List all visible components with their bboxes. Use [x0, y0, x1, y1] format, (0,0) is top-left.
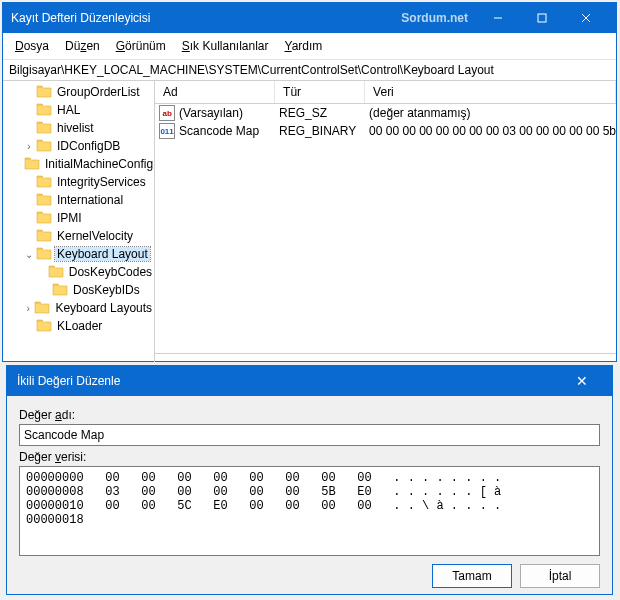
values-list[interactable]: ab(Varsayılan)REG_SZ(değer atanmamış)011… [155, 104, 616, 354]
tree-item[interactable]: InitialMachineConfig [3, 155, 154, 173]
folder-icon [35, 174, 55, 191]
folder-icon [35, 102, 55, 119]
hex-editor[interactable]: 00000000 00 00 00 00 00 00 00 00 . . . .… [19, 466, 600, 556]
menu-file[interactable]: Dosya [7, 35, 57, 57]
dialog-close-button[interactable]: ✕ [562, 373, 602, 389]
address-bar[interactable]: Bilgisayar\HKEY_LOCAL_MACHINE\SYSTEM\Cur… [3, 60, 616, 81]
value-name: (Varsayılan) [179, 106, 279, 120]
col-data[interactable]: Veri [365, 81, 616, 103]
tree-item[interactable]: DosKeybIDs [3, 281, 154, 299]
col-type[interactable]: Tür [275, 81, 365, 103]
value-row[interactable]: 011Scancode MapREG_BINARY00 00 00 00 00 … [155, 122, 616, 140]
value-type: REG_BINARY [279, 124, 369, 138]
value-row[interactable]: ab(Varsayılan)REG_SZ(değer atanmamış) [155, 104, 616, 122]
folder-icon [35, 120, 55, 137]
folder-icon [23, 156, 43, 173]
tree-item[interactable]: International [3, 191, 154, 209]
cancel-button[interactable]: İptal [520, 564, 600, 588]
value-type-icon: ab [159, 105, 175, 121]
tree-item-label: DosKeybIDs [71, 283, 142, 297]
tree-item[interactable]: IntegrityServices [3, 173, 154, 191]
tree-item-label: GroupOrderList [55, 85, 142, 99]
tree-item[interactable]: HAL [3, 101, 154, 119]
registry-editor-window: Kayıt Defteri Düzenleyicisi Sordum.net D… [2, 2, 617, 362]
value-type-icon: 011 [159, 123, 175, 139]
titlebar: Kayıt Defteri Düzenleyicisi Sordum.net [3, 3, 616, 33]
dialog-titlebar: İkili Değeri Düzenle ✕ [7, 366, 612, 396]
folder-icon [51, 282, 71, 299]
tree-item[interactable]: IPMI [3, 209, 154, 227]
tree-item[interactable]: hivelist [3, 119, 154, 137]
tree-item[interactable]: KLoader [3, 317, 154, 335]
tree-item[interactable]: KernelVelocity [3, 227, 154, 245]
value-name: Scancode Map [179, 124, 279, 138]
tree-item-label: IDConfigDB [55, 139, 122, 153]
folder-icon [35, 228, 55, 245]
folder-icon [33, 300, 53, 317]
tree-twisty-icon[interactable]: › [23, 141, 35, 152]
value-name-input[interactable] [19, 424, 600, 446]
edit-binary-dialog: İkili Değeri Düzenle ✕ Değer adı: Değer … [6, 365, 613, 595]
window-title: Kayıt Defteri Düzenleyicisi [11, 11, 401, 25]
values-header: Ad Tür Veri [155, 81, 616, 104]
watermark-text: Sordum.net [401, 11, 468, 25]
col-name[interactable]: Ad [155, 81, 275, 103]
minimize-button[interactable] [476, 3, 520, 33]
value-data: (değer atanmamış) [369, 106, 616, 120]
tree-item[interactable]: ⌄Keyboard Layout [3, 245, 154, 263]
value-data-label: Değer verisi: [19, 450, 600, 464]
value-name-label: Değer adı: [19, 408, 600, 422]
tree-item-label: Keyboard Layouts [53, 301, 154, 315]
value-data: 00 00 00 00 00 00 00 00 03 00 00 00 00 0… [369, 124, 616, 138]
tree-item-label: DosKeybCodes [67, 265, 154, 279]
menubar: Dosya Düzen Görünüm Sık Kullanılanlar Ya… [3, 33, 616, 60]
tree-item-label: hivelist [55, 121, 96, 135]
menu-help[interactable]: Yardım [277, 35, 331, 57]
folder-icon [35, 138, 55, 155]
ok-button[interactable]: Tamam [432, 564, 512, 588]
maximize-button[interactable] [520, 3, 564, 33]
close-button[interactable] [564, 3, 608, 33]
menu-favorites[interactable]: Sık Kullanılanlar [174, 35, 277, 57]
tree-item-label: HAL [55, 103, 82, 117]
svg-rect-1 [538, 14, 546, 22]
menu-view[interactable]: Görünüm [108, 35, 174, 57]
value-type: REG_SZ [279, 106, 369, 120]
tree-item-label: IPMI [55, 211, 84, 225]
tree-item-label: IntegrityServices [55, 175, 148, 189]
values-pane: Ad Tür Veri ab(Varsayılan)REG_SZ(değer a… [155, 81, 616, 362]
tree-item-label: KLoader [55, 319, 104, 333]
folder-icon [35, 246, 55, 263]
tree-twisty-icon[interactable]: ⌄ [23, 249, 35, 260]
tree-item[interactable]: ›IDConfigDB [3, 137, 154, 155]
folder-icon [47, 264, 67, 281]
tree-item[interactable]: ›Keyboard Layouts [3, 299, 154, 317]
menu-edit[interactable]: Düzen [57, 35, 108, 57]
tree-item-label: KernelVelocity [55, 229, 135, 243]
tree-item-label: Keyboard Layout [55, 247, 150, 261]
tree-twisty-icon[interactable]: › [23, 303, 33, 314]
folder-icon [35, 210, 55, 227]
folder-icon [35, 192, 55, 209]
tree-item[interactable]: DosKeybCodes [3, 263, 154, 281]
dialog-title: İkili Değeri Düzenle [17, 374, 562, 388]
tree-item[interactable]: GroupOrderList [3, 83, 154, 101]
tree-item-label: International [55, 193, 125, 207]
tree-item-label: InitialMachineConfig [43, 157, 155, 171]
folder-icon [35, 84, 55, 101]
folder-icon [35, 318, 55, 335]
registry-tree[interactable]: GroupOrderListHALhivelist›IDConfigDBInit… [3, 81, 155, 362]
